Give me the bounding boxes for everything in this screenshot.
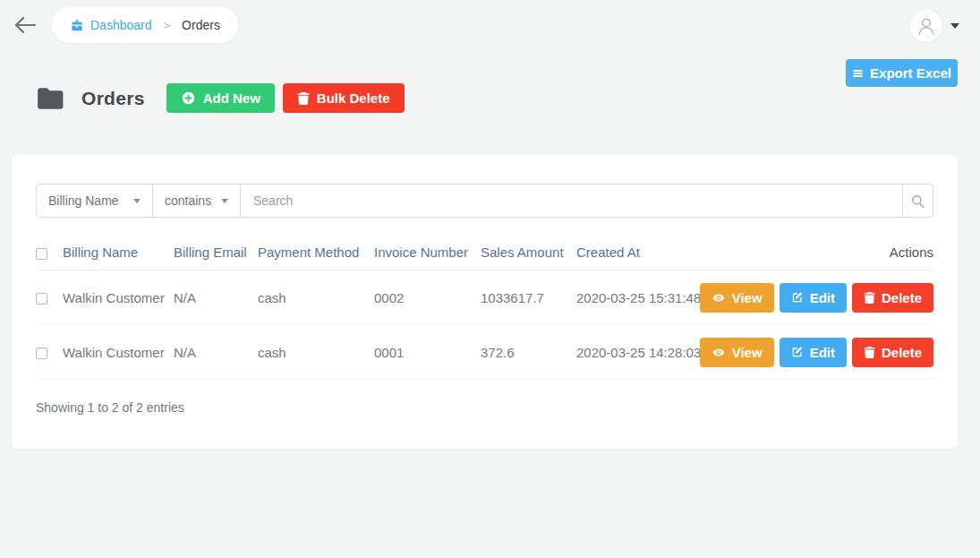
trash-icon (297, 91, 310, 105)
col-invoice-number[interactable]: Invoice Number (374, 241, 481, 270)
cell-sales-amount: 1033617.7 (481, 270, 576, 325)
edit-button[interactable]: Edit (780, 338, 847, 367)
col-sales-amount[interactable]: Sales Amount (481, 241, 576, 270)
briefcase-icon (70, 19, 84, 32)
cell-sales-amount: 372.6 (481, 325, 576, 380)
cell-created-at: 2020-03-25 15:31:48 (576, 270, 720, 325)
edit-label: Edit (810, 290, 835, 305)
filter-bar: Billing Name contains (36, 184, 933, 218)
search-input[interactable] (241, 185, 902, 217)
export-excel-label: Export Excel (870, 65, 951, 81)
trash-icon (864, 346, 875, 358)
add-new-button[interactable]: Add New (166, 83, 275, 113)
breadcrumb-separator: > (164, 19, 171, 32)
delete-button[interactable]: Delete (852, 283, 933, 313)
cell-payment-method: cash (258, 270, 374, 325)
cell-billing-email: N/A (174, 325, 258, 380)
filter-field-value: Billing Name (48, 193, 119, 208)
row-checkbox[interactable] (36, 348, 47, 359)
cell-billing-name: Walkin Customer (63, 325, 174, 380)
edit-icon (791, 346, 804, 358)
export-excel-button[interactable]: Export Excel (846, 59, 958, 87)
filter-field-select[interactable]: Billing Name (37, 185, 153, 217)
chevron-down-icon (221, 199, 228, 203)
bulk-delete-label: Bulk Delete (317, 90, 390, 106)
row-checkbox[interactable] (36, 293, 47, 305)
user-icon (916, 15, 937, 37)
cell-invoice-number: 0002 (374, 270, 481, 325)
col-billing-name[interactable]: Billing Name (63, 241, 174, 270)
plus-circle-icon (181, 90, 196, 106)
caret-down-icon[interactable] (950, 23, 959, 29)
view-button[interactable]: View (700, 338, 774, 367)
chevron-down-icon (133, 199, 141, 203)
table-row: Walkin Customer N/A cash 0001 372.6 2020… (36, 325, 933, 380)
eye-icon (712, 292, 726, 304)
edit-icon (791, 291, 804, 304)
edit-label: Edit (810, 345, 835, 360)
breadcrumb: Dashboard > Orders (52, 7, 238, 43)
delete-button[interactable]: Delete (852, 338, 933, 367)
cell-created-at: 2020-03-25 14:28:03 (576, 325, 720, 380)
col-payment-method[interactable]: Payment Method (258, 241, 374, 270)
cell-payment-method: cash (258, 325, 374, 380)
edit-button[interactable]: Edit (780, 283, 847, 313)
breadcrumb-dashboard-link[interactable]: Dashboard (90, 18, 152, 32)
trash-icon (864, 291, 875, 304)
delete-label: Delete (882, 290, 922, 305)
cell-billing-email: N/A (174, 270, 258, 325)
search-icon (909, 193, 926, 210)
filter-operator-select[interactable]: contains (153, 185, 241, 217)
avatar[interactable] (910, 10, 942, 42)
bulk-delete-button[interactable]: Bulk Delete (283, 83, 405, 113)
user-menu[interactable] (910, 10, 959, 42)
add-new-label: Add New (203, 90, 260, 106)
delete-label: Delete (882, 345, 922, 360)
select-all-checkbox[interactable] (36, 248, 47, 260)
col-billing-email[interactable]: Billing Email (174, 241, 258, 270)
excel-bars-icon (852, 68, 864, 79)
breadcrumb-current: Orders (182, 18, 220, 32)
orders-card: Billing Name contains Billing Name Bill (12, 155, 958, 449)
cell-billing-name: Walkin Customer (63, 270, 174, 325)
cell-invoice-number: 0001 (374, 325, 481, 380)
table-row: Walkin Customer N/A cash 0002 1033617.7 … (36, 270, 933, 325)
col-actions: Actions (720, 241, 933, 270)
col-created-at[interactable]: Created At (576, 241, 720, 270)
view-label: View (732, 345, 763, 360)
page-title: Orders (81, 88, 145, 109)
entries-summary: Showing 1 to 2 of 2 entries (36, 400, 933, 415)
table-header-row: Billing Name Billing Email Payment Metho… (36, 241, 933, 270)
view-label: View (732, 290, 763, 305)
eye-icon (712, 347, 726, 358)
view-button[interactable]: View (700, 283, 774, 313)
search-button[interactable] (902, 185, 933, 217)
back-arrow-icon[interactable] (13, 13, 38, 37)
filter-operator-value: contains (165, 193, 211, 208)
folder-icon (36, 85, 66, 112)
orders-table: Billing Name Billing Email Payment Metho… (36, 241, 933, 380)
